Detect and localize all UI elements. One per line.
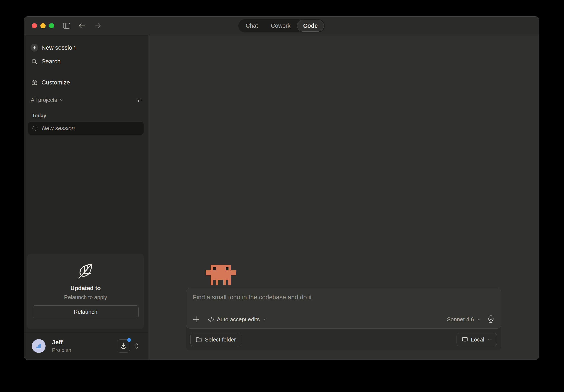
session-title: New session (42, 125, 75, 132)
composer: Auto accept edits Sonnet 4.6 (186, 288, 501, 350)
history-section-label: Today (24, 112, 148, 119)
folder-icon (196, 337, 202, 342)
composer-footer: Select folder Local (186, 329, 501, 350)
prompt-input[interactable] (193, 294, 494, 309)
microphone-icon[interactable] (487, 315, 494, 324)
app-window: Chat Cowork Code New session (24, 16, 539, 360)
pixel-crab-mascot (206, 265, 236, 285)
tab-code[interactable]: Code (297, 20, 324, 32)
chevron-down-icon (262, 317, 267, 322)
projects-filter-label: All projects (31, 97, 57, 103)
search-icon (30, 57, 38, 65)
prompt-input-card: Auto accept edits Sonnet 4.6 (186, 288, 501, 329)
sidebar: New session Search (24, 35, 148, 360)
auto-accept-dropdown[interactable]: Auto accept edits (208, 316, 267, 323)
user-plan: Pro plan (52, 347, 71, 353)
session-list-item[interactable]: New session (28, 122, 143, 135)
back-icon[interactable] (78, 23, 86, 29)
avatar (32, 339, 46, 353)
update-card: Updated to Relaunch to apply Relaunch (27, 253, 144, 329)
attach-plus-icon[interactable] (193, 316, 200, 323)
customize-label: Customize (42, 79, 70, 86)
projects-filter-dropdown[interactable]: All projects (31, 97, 63, 103)
tab-cowork[interactable]: Cowork (264, 20, 297, 32)
relaunch-button[interactable]: Relaunch (33, 305, 139, 318)
minimize-window-button[interactable] (40, 23, 46, 28)
toolbox-icon (30, 79, 38, 86)
chevron-down-icon (59, 98, 63, 102)
environment-label: Local (471, 336, 484, 343)
main-area: Auto accept edits Sonnet 4.6 (148, 35, 539, 360)
mode-switcher: Chat Cowork Code (238, 19, 325, 32)
user-account-row[interactable]: Jeff Pro plan (24, 333, 148, 360)
forward-icon[interactable] (94, 23, 101, 29)
search-label: Search (42, 58, 61, 65)
code-icon (208, 317, 214, 322)
leaf-icon (76, 262, 95, 280)
user-name: Jeff (52, 339, 71, 346)
sidebar-item-customize[interactable]: Customize (24, 76, 148, 89)
select-folder-button[interactable]: Select folder (190, 333, 241, 346)
update-title: Updated to (70, 285, 101, 292)
auto-accept-label: Auto accept edits (217, 316, 260, 323)
download-icon (120, 343, 127, 349)
plus-circle-icon (30, 44, 38, 52)
environment-dropdown[interactable]: Local (456, 333, 497, 346)
update-subtitle: Relaunch to apply (64, 294, 107, 300)
model-label: Sonnet 4.6 (447, 316, 474, 323)
download-update-button[interactable] (117, 339, 130, 353)
unfold-chevrons-icon[interactable] (134, 342, 139, 350)
sidebar-item-new-session[interactable]: New session (24, 41, 148, 55)
notification-dot (127, 338, 131, 342)
chevron-down-icon (487, 337, 492, 342)
close-window-button[interactable] (32, 23, 37, 28)
titlebar: Chat Cowork Code (24, 16, 539, 35)
zoom-window-button[interactable] (49, 23, 54, 28)
new-session-label: New session (42, 44, 76, 51)
sidebar-toggle-icon[interactable] (63, 23, 70, 29)
traffic-lights (32, 23, 54, 28)
model-selector-dropdown[interactable]: Sonnet 4.6 (447, 316, 481, 323)
select-folder-label: Select folder (205, 336, 236, 343)
sidebar-item-search[interactable]: Search (24, 55, 148, 68)
chevron-down-icon (477, 317, 481, 322)
tab-chat[interactable]: Chat (239, 20, 264, 32)
filter-sliders-icon[interactable] (136, 97, 142, 103)
dashed-circle-icon (32, 126, 38, 131)
monitor-icon (462, 337, 468, 342)
